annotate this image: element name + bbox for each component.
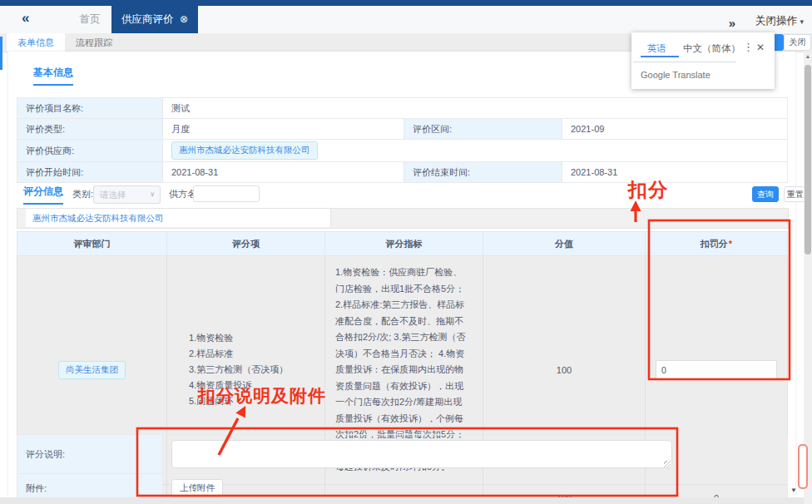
eval-end-value: 2021-08-31 [562,162,788,183]
translate-tab-english[interactable]: 英语 [647,42,666,55]
tab-bar: « 首页 供应商评价 ⊗ » 关闭操作 ▾ [0,6,812,33]
kebab-menu-icon[interactable]: ⋮ [743,41,754,53]
close-operations-dropdown[interactable]: 关闭操作 ▾ [755,14,804,28]
google-translate-popup: 英语 中文（简体） ⋮ ✕ Google Translate [631,32,775,89]
header-score-item: 评分项 [167,232,325,256]
supplier-tag-button[interactable]: 惠州市杰城必达安防科技有限公司 [171,141,318,160]
supplier-tab-strip: 惠州市杰城必达安防科技有限公司 [17,208,789,229]
select-chevron-icon: ∨ [150,186,155,203]
eval-range-label: 评价区间: [404,119,562,140]
header-deduction: 扣罚分* [646,232,788,256]
top-strip [0,0,812,6]
category-placeholder: 请选择 [100,190,126,200]
supplier-tab[interactable]: 惠州市杰城必达安防科技有限公司 [26,209,331,227]
inner-scrollbar-thumb[interactable] [798,444,808,489]
eval-end-label: 评价结束时间: [404,162,562,183]
tab-supplier-evaluation[interactable]: 供应商评价 ⊗ [111,6,198,33]
header-department: 评审部门 [17,232,167,256]
deduction-input[interactable] [656,360,777,380]
translate-tab-chinese[interactable]: 中文（简体） [683,42,740,55]
popup-close-icon[interactable]: ✕ [756,42,765,53]
header-deduction-label: 扣罚分 [701,239,728,249]
remark-label: 评分说明: [17,435,163,474]
basic-info-title: 基本信息 [33,66,73,86]
scrollbar-up-icon[interactable]: ▲ [804,53,812,59]
tab-home[interactable]: 首页 [68,6,111,33]
score-table-header-row: 评审部门 评分项 评分指标 分值 扣罚分* [17,232,788,256]
left-accent-bar [0,37,2,70]
eval-type-label: 评价类型: [17,119,163,140]
google-translate-brand: Google Translate [641,70,710,80]
project-name-label: 评价项目名称: [17,98,163,119]
subtab-process-tracking[interactable]: 流程跟踪 [65,33,123,52]
remark-textarea[interactable] [171,440,672,468]
eval-type-value: 月度 [163,119,404,140]
expand-tabs-icon[interactable]: » [729,16,735,30]
app-window: « 首页 供应商评价 ⊗ » 关闭操作 ▾ 表单信息 流程跟踪 基本信息 评价项… [0,0,812,504]
eval-start-label: 评价开始时间: [17,162,163,183]
vendor-name-input[interactable] [193,185,260,202]
query-button[interactable]: 查询 [752,186,779,202]
header-score-indicator: 评分指标 [325,232,483,256]
score-item: 4.物资质量投诉 [189,378,324,393]
category-select[interactable]: 请选择 ∨ [93,185,161,204]
score-item: 1.物资检验 [189,330,324,346]
basic-info-form: 评价项目名称: 测试 评价类型: 月度 评价区间: 2021-09 评价供应商:… [17,97,788,183]
close-button[interactable]: 关闭 [784,34,811,51]
content-panel: 基本信息 评价项目名称: 测试 评价类型: 月度 评价区间: 2021-09 评… [8,52,795,497]
indicator-text: 4.物资质量投诉：在保质期内出现的物资质量问题（有效投诉），出现一个门店每次扣2… [335,348,464,440]
score-item: 3.第三方检测（否决项） [189,362,324,378]
subtab-form-info[interactable]: 表单信息 [7,33,65,52]
bottom-form: 评分说明: 附件: 上传附件 [17,434,788,503]
category-label: 类别: [72,188,93,200]
chevron-down-icon: ▾ [800,17,804,26]
tab-divider [633,62,736,62]
tab-label: 供应商评价 [121,13,174,25]
scoring-info-title: 评分信息 [23,185,63,205]
scrollbar-thumb[interactable] [805,65,811,254]
bottom-strip [0,497,812,504]
eval-range-value: 2021-09 [562,119,788,140]
score-item: 2.样品标准 [189,346,324,362]
eval-supplier-label: 评价供应商: [17,140,163,162]
collapse-tabs-icon[interactable]: « [22,10,29,27]
upload-attachment-button[interactable]: 上传附件 [171,479,223,497]
close-operations-label: 关闭操作 [755,15,797,27]
score-item: 5.问题闭环 [189,393,324,409]
scoring-filter-row: 评分信息 类别: 请选择 ∨ 供方名称: 查询 重置 [8,183,795,206]
header-score-value: 分值 [483,232,646,256]
tab-close-icon[interactable]: ⊗ [180,13,188,25]
department-tag-button[interactable]: 尚美生活集团 [58,361,126,379]
indicator-text: 1.物资检验：供应商驻厂检验、门店检验，出现1批不合格5分； [335,267,464,294]
project-name-value: 测试 [163,98,788,119]
scrollbar-down-icon[interactable]: ▼ [789,487,799,494]
active-tab-underline [641,56,679,57]
required-asterisk: * [729,239,732,249]
eval-start-value: 2021-08-31 [163,162,404,183]
